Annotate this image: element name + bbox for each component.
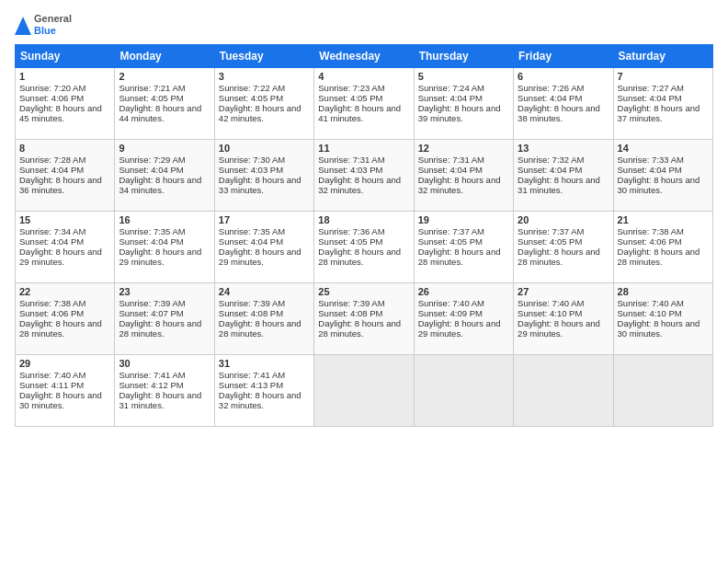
sunset-label: Sunset: 4:13 PM	[219, 380, 283, 390]
calendar-cell: 14 Sunrise: 7:33 AM Sunset: 4:04 PM Dayl…	[613, 140, 712, 212]
day-number: 13	[518, 143, 609, 154]
sunset-label: Sunset: 4:08 PM	[318, 308, 382, 318]
sunrise-label: Sunrise: 7:37 AM	[418, 226, 484, 236]
calendar-cell	[514, 355, 613, 427]
daylight-label: Daylight: 8 hours and 28 minutes.	[518, 247, 600, 267]
calendar-cell: 22 Sunrise: 7:38 AM Sunset: 4:06 PM Dayl…	[16, 283, 115, 355]
day-number: 12	[418, 143, 509, 154]
sunset-label: Sunset: 4:05 PM	[318, 236, 382, 247]
day-number: 29	[19, 358, 110, 369]
calendar-cell	[613, 355, 712, 427]
daylight-label: Daylight: 8 hours and 28 minutes.	[318, 318, 401, 339]
calendar-header-tuesday: Tuesday	[214, 45, 313, 68]
sunrise-label: Sunrise: 7:40 AM	[19, 370, 85, 380]
day-number: 3	[219, 71, 310, 82]
daylight-label: Daylight: 8 hours and 30 minutes.	[19, 390, 102, 410]
sunrise-label: Sunrise: 7:40 AM	[518, 298, 584, 308]
sunset-label: Sunset: 4:09 PM	[418, 308, 483, 318]
sunrise-label: Sunrise: 7:27 AM	[618, 83, 684, 93]
calendar-cell	[314, 355, 414, 427]
daylight-label: Daylight: 8 hours and 28 minutes.	[19, 318, 102, 339]
sunrise-label: Sunrise: 7:36 AM	[318, 226, 384, 236]
calendar-cell: 2 Sunrise: 7:21 AM Sunset: 4:05 PM Dayli…	[115, 68, 214, 140]
day-number: 17	[219, 214, 310, 225]
day-number: 18	[318, 214, 409, 225]
day-number: 7	[618, 71, 709, 82]
daylight-label: Daylight: 8 hours and 28 minutes.	[618, 247, 700, 267]
sunrise-label: Sunrise: 7:39 AM	[219, 298, 285, 308]
sunset-label: Sunset: 4:04 PM	[418, 93, 483, 103]
day-number: 19	[418, 214, 509, 225]
sunset-label: Sunset: 4:04 PM	[19, 165, 84, 175]
sunrise-label: Sunrise: 7:39 AM	[318, 298, 384, 308]
sunset-label: Sunset: 4:11 PM	[19, 380, 84, 390]
sunset-label: Sunset: 4:05 PM	[318, 93, 382, 103]
logo: General Blue	[15, 13, 72, 37]
day-number: 11	[318, 143, 409, 154]
calendar-cell: 25 Sunrise: 7:39 AM Sunset: 4:08 PM Dayl…	[314, 283, 414, 355]
top-section: General Blue	[15, 13, 713, 37]
daylight-label: Daylight: 8 hours and 28 minutes.	[418, 247, 501, 267]
daylight-label: Daylight: 8 hours and 29 minutes.	[219, 247, 301, 267]
calendar-week-2: 8 Sunrise: 7:28 AM Sunset: 4:04 PM Dayli…	[16, 140, 713, 212]
sunset-label: Sunset: 4:05 PM	[119, 93, 183, 103]
sunrise-label: Sunrise: 7:33 AM	[618, 155, 684, 165]
sunrise-label: Sunrise: 7:38 AM	[19, 298, 85, 308]
calendar-header-thursday: Thursday	[414, 45, 513, 68]
calendar-table: SundayMondayTuesdayWednesdayThursdayFrid…	[15, 44, 713, 427]
daylight-label: Daylight: 8 hours and 38 minutes.	[518, 103, 600, 123]
sunset-label: Sunset: 4:10 PM	[618, 308, 682, 318]
sunrise-label: Sunrise: 7:32 AM	[518, 155, 584, 165]
calendar-week-4: 22 Sunrise: 7:38 AM Sunset: 4:06 PM Dayl…	[16, 283, 713, 355]
calendar-cell: 24 Sunrise: 7:39 AM Sunset: 4:08 PM Dayl…	[214, 283, 313, 355]
calendar-cell: 31 Sunrise: 7:41 AM Sunset: 4:13 PM Dayl…	[214, 355, 313, 427]
calendar-header-monday: Monday	[115, 45, 214, 68]
day-number: 20	[518, 214, 609, 225]
sunset-label: Sunset: 4:04 PM	[219, 236, 283, 247]
calendar-cell: 10 Sunrise: 7:30 AM Sunset: 4:03 PM Dayl…	[214, 140, 313, 212]
sunrise-label: Sunrise: 7:40 AM	[618, 298, 684, 308]
daylight-label: Daylight: 8 hours and 33 minutes.	[219, 175, 301, 195]
calendar-cell: 4 Sunrise: 7:23 AM Sunset: 4:05 PM Dayli…	[314, 68, 414, 140]
calendar-cell: 15 Sunrise: 7:34 AM Sunset: 4:04 PM Dayl…	[16, 212, 115, 283]
calendar-header-friday: Friday	[514, 45, 613, 68]
sunset-label: Sunset: 4:04 PM	[618, 165, 682, 175]
daylight-label: Daylight: 8 hours and 28 minutes.	[219, 318, 301, 339]
daylight-label: Daylight: 8 hours and 42 minutes.	[219, 103, 301, 123]
daylight-label: Daylight: 8 hours and 28 minutes.	[119, 318, 201, 339]
calendar-week-1: 1 Sunrise: 7:20 AM Sunset: 4:06 PM Dayli…	[16, 68, 713, 140]
daylight-label: Daylight: 8 hours and 31 minutes.	[518, 175, 600, 195]
calendar-cell: 28 Sunrise: 7:40 AM Sunset: 4:10 PM Dayl…	[613, 283, 712, 355]
sunrise-label: Sunrise: 7:21 AM	[119, 83, 185, 93]
sunset-label: Sunset: 4:04 PM	[418, 165, 483, 175]
calendar-cell: 13 Sunrise: 7:32 AM Sunset: 4:04 PM Dayl…	[514, 140, 613, 212]
sunrise-label: Sunrise: 7:22 AM	[219, 83, 285, 93]
sunset-label: Sunset: 4:03 PM	[219, 165, 283, 175]
day-number: 1	[19, 71, 110, 82]
calendar-header-row: SundayMondayTuesdayWednesdayThursdayFrid…	[16, 45, 713, 68]
sunset-label: Sunset: 4:04 PM	[518, 165, 582, 175]
sunrise-label: Sunrise: 7:29 AM	[119, 155, 185, 165]
sunrise-label: Sunrise: 7:35 AM	[119, 226, 185, 236]
calendar-cell: 5 Sunrise: 7:24 AM Sunset: 4:04 PM Dayli…	[414, 68, 513, 140]
sunrise-label: Sunrise: 7:35 AM	[219, 226, 285, 236]
sunset-label: Sunset: 4:05 PM	[518, 236, 582, 247]
daylight-label: Daylight: 8 hours and 29 minutes.	[418, 318, 501, 339]
day-number: 4	[318, 71, 409, 82]
sunrise-label: Sunrise: 7:28 AM	[19, 155, 85, 165]
calendar-cell: 23 Sunrise: 7:39 AM Sunset: 4:07 PM Dayl…	[115, 283, 214, 355]
daylight-label: Daylight: 8 hours and 37 minutes.	[618, 103, 700, 123]
sunrise-label: Sunrise: 7:26 AM	[518, 83, 584, 93]
logo-general-text: General	[34, 13, 72, 25]
sunset-label: Sunset: 4:05 PM	[418, 236, 483, 247]
calendar-header-sunday: Sunday	[16, 45, 115, 68]
calendar-cell	[414, 355, 513, 427]
calendar-cell: 12 Sunrise: 7:31 AM Sunset: 4:04 PM Dayl…	[414, 140, 513, 212]
daylight-label: Daylight: 8 hours and 32 minutes.	[418, 175, 501, 195]
daylight-label: Daylight: 8 hours and 36 minutes.	[19, 175, 102, 195]
daylight-label: Daylight: 8 hours and 29 minutes.	[19, 247, 102, 267]
sunrise-label: Sunrise: 7:34 AM	[19, 226, 85, 236]
calendar-cell: 8 Sunrise: 7:28 AM Sunset: 4:04 PM Dayli…	[16, 140, 115, 212]
day-number: 2	[119, 71, 210, 82]
day-number: 9	[119, 143, 210, 154]
